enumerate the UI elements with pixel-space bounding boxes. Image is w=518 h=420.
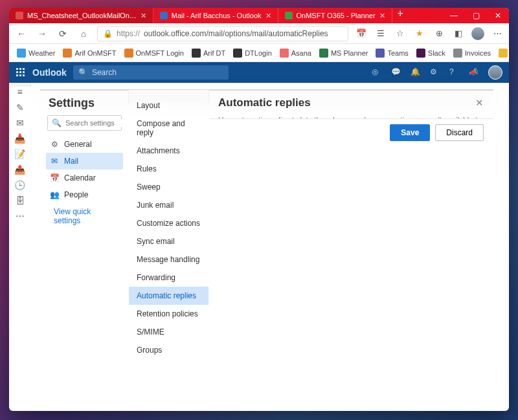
close-button[interactable]: ✕ (487, 8, 509, 23)
favorite-link[interactable]: DTLogin (231, 47, 275, 59)
save-button[interactable]: Save (390, 124, 430, 141)
profile-avatar[interactable] (471, 27, 484, 40)
module-rail: ≡ ✎ ✉ 📥 📝 📤 🕒 🗄 ⋯ (9, 83, 31, 87)
mail-icon[interactable]: ✉ (14, 118, 26, 128)
settings-nav-calendar[interactable]: 📅Calendar (46, 170, 123, 186)
settings-sub-item[interactable]: Message handling (129, 250, 208, 269)
outlook-search[interactable]: 🔍 Search (73, 65, 229, 80)
home-button[interactable]: ⌂ (76, 27, 91, 41)
settings-sub-item[interactable]: Retention policies (129, 305, 208, 323)
favorite-link[interactable]: Asana (277, 47, 314, 59)
url-input[interactable]: 🔒 https://outlook.office.com/mail/option… (97, 26, 348, 41)
favorites-bar: WeatherArif OnMSFTOnMSFT LoginArif DTDTL… (9, 44, 509, 62)
svg-rect-6 (16, 74, 18, 76)
address-bar: ← → ⟳ ⌂ 🔒 https://outlook.office.com/mai… (9, 23, 509, 44)
favorite-link[interactable]: Invoices (451, 47, 493, 59)
settings-title: Settings (49, 96, 120, 110)
collections-button[interactable]: ⊕ (433, 27, 445, 40)
browser-tab[interactable]: MS_Cheatsheet_OutlookMailOn… ✕ (9, 8, 153, 23)
compose-icon[interactable]: ✎ (14, 102, 26, 113)
hamburger-icon[interactable]: ≡ (14, 87, 26, 97)
favorite-link[interactable]: Arif OnMSFT (60, 47, 118, 59)
chat-icon[interactable]: 💬 (391, 67, 401, 78)
sent-icon[interactable]: 📤 (14, 164, 26, 175)
panel-title: Automatic replies (218, 96, 311, 109)
settings-sub-item[interactable]: Rules (129, 160, 208, 178)
minimize-button[interactable]: — (443, 8, 465, 23)
close-icon[interactable]: ✕ (265, 12, 271, 20)
close-icon[interactable]: ✕ (141, 12, 146, 20)
svg-rect-3 (16, 71, 18, 73)
discard-button[interactable]: Discard (435, 124, 484, 141)
calendar-ext-icon[interactable]: 📅 (355, 27, 368, 40)
settings-dialog: Settings 🔍 ⚙General✉Mail📅Calendar👥People… (40, 89, 493, 91)
browser-titlebar: MS_Cheatsheet_OutlookMailOn… ✕ Mail - Ar… (9, 8, 509, 23)
new-tab-button[interactable]: + (392, 8, 409, 23)
settings-sub-item[interactable]: Automatic replies (129, 287, 208, 305)
svg-rect-1 (19, 68, 21, 70)
inbox-icon[interactable]: 📥 (14, 133, 26, 144)
favorite-link[interactable]: MS Planner (317, 47, 370, 59)
svg-rect-7 (19, 74, 21, 76)
settings-search[interactable]: 🔍 (47, 115, 122, 131)
maximize-button[interactable]: ▢ (465, 8, 487, 23)
archive-icon[interactable]: 🗄 (14, 195, 26, 206)
draft-icon[interactable]: 📝 (14, 149, 26, 159)
settings-nav-mail[interactable]: ✉Mail (46, 153, 123, 170)
settings-sub-item[interactable]: Layout (129, 96, 208, 115)
extension-icon[interactable]: ◧ (452, 27, 465, 40)
settings-nav-people[interactable]: 👥People (46, 186, 123, 203)
favorite-link[interactable]: Slack (414, 47, 448, 59)
svg-rect-0 (16, 68, 18, 70)
settings-sub-item[interactable]: Groups (129, 341, 208, 359)
settings-nav-general[interactable]: ⚙General (46, 136, 123, 153)
favorite-link[interactable]: OnMSFT Login (122, 47, 186, 59)
help-icon[interactable]: ? (449, 67, 460, 78)
favorite2-button[interactable]: ★ (413, 27, 426, 40)
clock-icon[interactable]: 🕒 (14, 180, 26, 190)
lock-icon: 🔒 (103, 29, 113, 38)
settings-sub-item[interactable]: Junk email (129, 196, 208, 214)
favorite-link[interactable]: Weather (14, 47, 58, 59)
favorite-link[interactable]: Arif DT (189, 47, 228, 59)
refresh-button[interactable]: ⟳ (56, 27, 70, 41)
svg-rect-8 (23, 74, 25, 76)
settings-sub-item[interactable]: Forwarding (129, 269, 208, 287)
browser-tab[interactable]: Mail - Arif Bacchus - Outlook ✕ (153, 8, 278, 23)
favorite-link[interactable]: Pay (496, 47, 509, 59)
favorite-button[interactable]: ☆ (394, 27, 407, 40)
app-launcher-icon[interactable] (16, 67, 26, 78)
settings-sub-item[interactable]: Sync email (129, 232, 208, 250)
settings-sub-item[interactable]: Compose and reply (129, 115, 208, 142)
search-icon: 🔍 (52, 118, 62, 127)
settings-sub-item[interactable]: Customize actions (129, 214, 208, 232)
user-avatar[interactable] (488, 65, 502, 80)
notifications-icon[interactable]: 🔔 (411, 67, 421, 78)
teams-icon[interactable]: ◎ (372, 67, 382, 78)
settings-sub-item[interactable]: S/MIME (129, 323, 208, 341)
close-dialog-button[interactable]: ✕ (475, 97, 484, 109)
close-icon[interactable]: ✕ (379, 12, 385, 20)
settings-sub-item[interactable]: Sweep (129, 178, 208, 196)
browser-tab[interactable]: OnMSFT O365 - Planner ✕ (278, 8, 392, 23)
svg-rect-2 (23, 68, 25, 70)
list-ext-icon[interactable]: ☰ (374, 27, 387, 40)
outlook-header: Outlook 🔍 Search ◎ 💬 🔔 ⚙ ? 📣 (9, 62, 509, 83)
gear-icon[interactable]: ⚙ (430, 67, 440, 78)
megaphone-icon[interactable]: 📣 (469, 67, 479, 78)
more-icon[interactable]: ⋯ (14, 211, 26, 221)
menu-button[interactable]: ⋯ (491, 27, 504, 40)
svg-rect-4 (19, 71, 21, 73)
favorite-link[interactable]: Teams (373, 47, 411, 59)
svg-rect-5 (23, 71, 25, 73)
back-button[interactable]: ← (14, 27, 28, 41)
forward-button[interactable]: → (35, 27, 49, 41)
view-quick-settings-link[interactable]: View quick settings (46, 203, 123, 225)
outlook-brand[interactable]: Outlook (32, 67, 67, 78)
settings-sub-item[interactable]: Attachments (129, 142, 208, 160)
